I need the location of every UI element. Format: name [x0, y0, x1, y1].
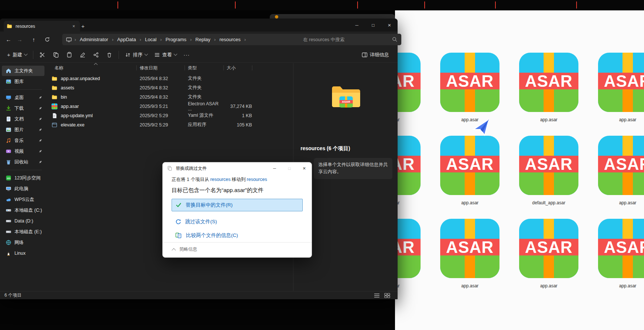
file-row[interactable]: app-update.yml 2025/9/2 5:29 Yaml 源文件 1 … [46, 111, 293, 120]
maximize-button: □ [282, 162, 297, 174]
breadcrumb-item[interactable]: AppData [116, 36, 137, 43]
column-divider[interactable] [252, 65, 252, 70]
svg-text:123: 123 [7, 177, 11, 179]
asar-file-item[interactable]: ASAR app.asar [598, 219, 644, 288]
file-label: app.asar [598, 117, 644, 122]
sidebar-item-drive-e[interactable]: 本地磁盘 (E:) [2, 227, 44, 237]
rename-button[interactable] [77, 49, 88, 61]
browser-tab[interactable] [425, 0, 495, 10]
file-label: app.asar [395, 283, 421, 288]
asar-file-item[interactable]: ASAR app.asar [395, 219, 421, 288]
copy-button[interactable] [50, 49, 62, 61]
paste-button[interactable] [64, 49, 75, 61]
asar-file-item[interactable]: ASAR app.asar [519, 219, 578, 288]
details-pane-toggle[interactable]: 详细信息 [358, 49, 392, 61]
breadcrumb-item[interactable]: Local [144, 36, 157, 43]
browser-tab[interactable] [0, 0, 118, 10]
sidebar-item-home[interactable]: 主文件夹 [2, 66, 44, 76]
file-row[interactable]: bin 2025/9/4 8:32 文件夹 [46, 92, 293, 102]
details-view-icon[interactable] [374, 293, 380, 298]
sidebar-item-desktop[interactable]: 桌面 [2, 92, 44, 103]
replace-option[interactable]: 替换目标中的文件(R) [172, 199, 303, 211]
sidebar-item-wps-cloud[interactable]: WPS云盘 [2, 194, 44, 205]
asar-file-item[interactable]: ASAR app.asar [519, 53, 578, 122]
new-tab-button[interactable]: + [79, 22, 87, 30]
browser-tab[interactable] [358, 0, 425, 10]
sort-button[interactable]: 排序 [122, 49, 151, 61]
sidebar-item-music[interactable]: 音乐 [2, 135, 44, 146]
asar-file-item[interactable]: ASAR app.asar [395, 53, 421, 122]
breadcrumb-item[interactable]: resources [218, 36, 242, 43]
file-size: 37,274 KB [223, 104, 259, 109]
fewer-details-toggle[interactable]: 简略信息 [172, 246, 197, 253]
chevron-down-icon [173, 52, 177, 56]
sidebar-item-recycle-bin[interactable]: 回收站 [2, 157, 44, 167]
sidebar-item-network[interactable]: 网络 [2, 237, 44, 248]
file-row[interactable]: app.asar.unpacked 2025/9/4 8:32 文件夹 [46, 74, 293, 83]
breadcrumb-item[interactable]: Replay [194, 36, 211, 43]
close-button[interactable]: × [297, 162, 312, 174]
sidebar-item-linux[interactable]: Linux [2, 248, 44, 258]
up-button[interactable]: ↑ [28, 34, 39, 45]
sidebar-item-drive-c[interactable]: 本地磁盘 (C:) [2, 205, 44, 215]
compare-option[interactable]: 比较两个文件的信息(C) [172, 232, 303, 239]
back-button[interactable]: ← [3, 34, 14, 45]
asar-file-item[interactable]: ASAR app.asar [440, 53, 499, 122]
share-button[interactable] [90, 49, 102, 61]
new-button[interactable]: + 新建 [4, 49, 30, 61]
asar-icon: ASAR [519, 53, 578, 112]
browser-tab[interactable] [118, 0, 235, 10]
close-button[interactable]: × [381, 19, 398, 32]
sidebar-item-drive-d[interactable]: Data (D:) [2, 216, 44, 226]
file-row[interactable]: app.asar 2025/9/3 5:21 Electron ASAR ...… [46, 102, 293, 111]
tab-close-icon[interactable]: × [70, 23, 77, 30]
file-row[interactable]: assets 2025/9/4 8:32 文件夹 [46, 83, 293, 92]
asar-file-item[interactable]: ASAR app.asar [395, 136, 421, 205]
column-header-name[interactable]: 名称 [46, 65, 136, 71]
column-header-size[interactable]: 大小 [224, 65, 252, 71]
search-box[interactable] [299, 34, 401, 45]
search-input[interactable] [302, 37, 392, 43]
pin-icon [38, 117, 42, 121]
browser-tab[interactable] [235, 0, 358, 10]
breadcrumb-item[interactable]: Administrator [79, 36, 109, 43]
file-type: Yaml 源文件 [185, 112, 223, 119]
minimize-button[interactable]: ─ [349, 19, 365, 32]
source-folder-link[interactable]: resources [210, 177, 230, 182]
more-button[interactable]: ··· [181, 49, 192, 61]
asar-file-item[interactable]: ASAR app.asar [598, 136, 644, 205]
sidebar-item-documents[interactable]: 文档 [2, 114, 44, 124]
sidebar-item-123sync[interactable]: 123 123同步空间 [2, 173, 44, 183]
asar-file-item[interactable]: ASAR app.asar [598, 53, 644, 122]
sidebar-item-gallery[interactable]: 图库 [2, 76, 44, 87]
file-date: 2025/9/2 5:29 [136, 122, 185, 128]
refresh-button[interactable] [42, 34, 53, 45]
view-button[interactable]: 查看 [151, 49, 180, 61]
chevron-down-icon [144, 52, 148, 56]
browser-tab[interactable] [495, 0, 577, 10]
sidebar-item-videos[interactable]: 视频 [2, 146, 44, 156]
sidebar-item-downloads[interactable]: 下载 [2, 103, 44, 113]
sidebar-item-pictures[interactable]: 图片 [2, 125, 44, 135]
skip-option[interactable]: 跳过该文件(S) [172, 218, 303, 225]
maximize-button[interactable]: □ [365, 19, 381, 32]
cut-button[interactable] [37, 49, 48, 61]
asar-file-item[interactable]: ASAR app.asar [440, 136, 499, 205]
file-row[interactable]: elevate.exe 2025/9/2 5:29 应用程序 105 KB [46, 120, 293, 129]
explorer-tab[interactable]: resources × [4, 21, 80, 32]
column-header-date[interactable]: 修改日期 [137, 65, 185, 71]
this-pc-icon [66, 37, 72, 43]
thumbnail-view-icon[interactable] [384, 293, 390, 298]
address-bar[interactable]: › Administrator › AppData › Local › Prog… [62, 34, 304, 45]
target-folder-link[interactable]: resources [247, 177, 267, 182]
breadcrumb-item[interactable]: Programs [165, 36, 187, 43]
forward-button[interactable]: → [14, 34, 25, 45]
browser-tab[interactable] [577, 0, 644, 10]
delete-button[interactable] [104, 49, 115, 61]
asar-file-item[interactable]: ASAR default_app.asar [519, 136, 578, 205]
minimize-button[interactable]: ─ [267, 162, 282, 174]
sidebar-item-this-pc[interactable]: 此电脑 [2, 184, 44, 194]
asar-file-item[interactable]: ASAR app.asar [440, 219, 499, 288]
column-header-type[interactable]: 类型 [185, 65, 223, 71]
file-name: app.asar [61, 104, 79, 109]
